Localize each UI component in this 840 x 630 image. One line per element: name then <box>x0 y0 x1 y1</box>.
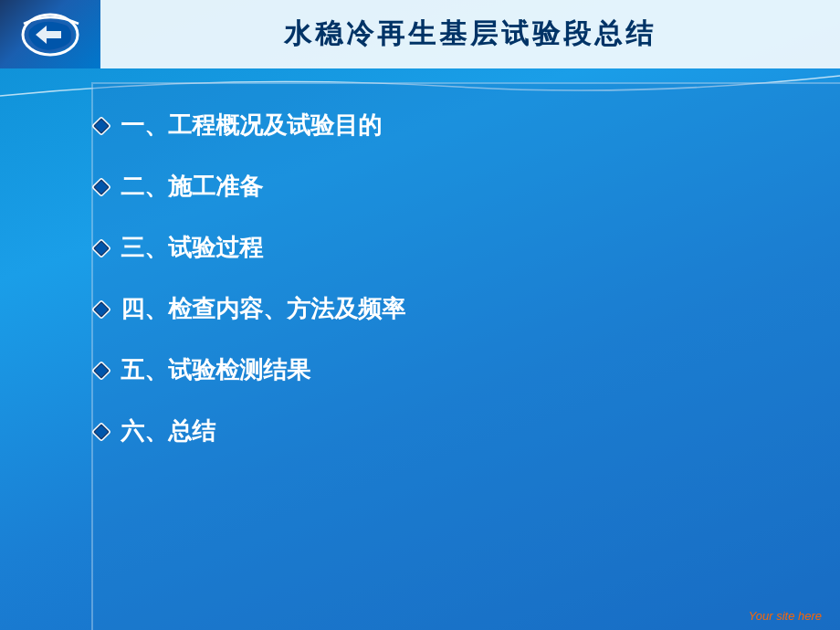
bullet-icon-6 <box>91 422 111 442</box>
slide-title: 水稳冷再生基层试验段总结 <box>284 16 656 53</box>
list-item[interactable]: 四、检查内容、方法及频率 <box>91 293 822 325</box>
menu-item-6-label: 六、总结 <box>121 415 215 447</box>
bullet-icon-5 <box>91 361 111 381</box>
list-item[interactable]: 二、施工准备 <box>91 171 822 203</box>
site-text: Your site here <box>749 609 822 623</box>
slide: 水稳冷再生基层试验段总结 一、工程概况及试验目的 <box>0 0 840 630</box>
title-bar: 水稳冷再生基层试验段总结 <box>100 0 840 68</box>
menu-item-5-label: 五、试验检测结果 <box>121 354 310 386</box>
logo-area <box>0 0 100 68</box>
menu-item-2-label: 二、施工准备 <box>121 171 263 203</box>
bullet-icon-4 <box>91 299 111 320</box>
list-item[interactable]: 五、试验检测结果 <box>91 354 822 386</box>
header: 水稳冷再生基层试验段总结 <box>0 0 840 68</box>
bullet-icon-3 <box>91 238 111 258</box>
menu-item-3-label: 三、试验过程 <box>121 232 263 264</box>
list-item[interactable]: 六、总结 <box>91 415 822 447</box>
bullet-icon-1 <box>91 116 111 136</box>
menu-content: 一、工程概况及试验目的 二、施工准备 三、试验过程 <box>91 82 822 593</box>
list-item[interactable]: 三、试验过程 <box>91 232 822 264</box>
left-panel <box>0 82 91 630</box>
list-item[interactable]: 一、工程概况及试验目的 <box>91 110 822 142</box>
bullet-icon-2 <box>91 177 111 197</box>
company-logo <box>19 9 81 59</box>
footer-site-label: Your site here <box>749 609 822 623</box>
menu-item-1-label: 一、工程概况及试验目的 <box>121 110 382 142</box>
menu-item-4-label: 四、检查内容、方法及频率 <box>121 293 405 325</box>
